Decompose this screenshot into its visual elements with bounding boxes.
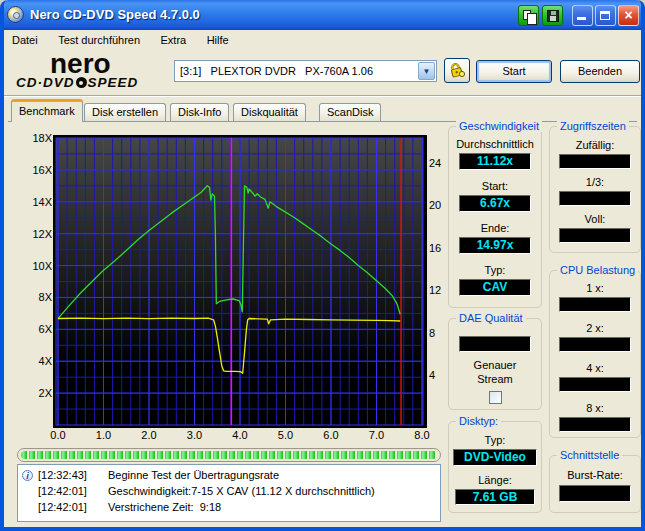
svg-text:2.0: 2.0: [141, 429, 156, 441]
tab-diskqualitaet[interactable]: Diskqualität: [233, 103, 306, 121]
label-2x: 2 x:: [550, 322, 640, 334]
value-typ: CAV: [459, 279, 531, 296]
benchmark-chart: 2X4X6X8X10X12X14X16X18X48121620240.01.02…: [24, 131, 448, 445]
menu-bar: Datei Test durchführen Extra Hilfe: [4, 30, 641, 49]
label-ende: Ende:: [449, 222, 541, 234]
drive-select-combobox[interactable]: [3:1] PLEXTOR DVDR PX-760A 1.06 ▼: [174, 60, 437, 82]
title-bar: Nero CD-DVD Speed 4.7.0.0 ×: [0, 0, 645, 30]
cd-dvd-speed-logo: CD·DVDSPEED: [16, 75, 138, 90]
label-start: Start:: [449, 180, 541, 192]
progress-bar-fill: [21, 451, 437, 459]
svg-text:1.0: 1.0: [96, 429, 111, 441]
tab-benchmark[interactable]: Benchmark: [11, 99, 83, 122]
svg-text:16: 16: [429, 242, 441, 254]
drive-lock-button[interactable]: [444, 58, 470, 83]
label-typ: Typ:: [449, 264, 541, 276]
log-line: i [12:32:43] Beginne Test der Übertragun…: [18, 467, 440, 483]
close-icon: ×: [624, 7, 632, 23]
drive-select-value: [3:1] PLEXTOR DVDR PX-760A 1.06: [180, 61, 373, 81]
value-one-third: [559, 191, 631, 206]
log-line: [12:42:01] Verstrichene Zeit: 9:18: [18, 499, 440, 515]
tab-disk-info[interactable]: Disk-Info: [170, 103, 229, 121]
lock-icon: [448, 61, 466, 79]
label-durchschnittlich: Durchschnittlich: [449, 138, 541, 150]
menu-test-durchfuehren[interactable]: Test durchführen: [50, 32, 148, 46]
svg-text:4.0: 4.0: [232, 429, 247, 441]
svg-text:4: 4: [429, 369, 435, 381]
group-title-dae: DAE Qualität: [456, 312, 526, 324]
log-timestamp: [12:32:43]: [38, 469, 96, 481]
svg-text:24: 24: [429, 157, 441, 169]
svg-text:0.0: 0.0: [50, 429, 65, 441]
group-geschwindigkeit: Geschwindigkeit Durchschnittlich 11.12x …: [448, 126, 542, 308]
logo-product-left: CD·DVD: [16, 75, 75, 90]
logo-product-right: SPEED: [88, 75, 139, 90]
label-one-third: 1/3:: [550, 176, 640, 188]
value-4x: [559, 377, 631, 392]
tab-disk-erstellen[interactable]: Disk erstellen: [84, 103, 166, 121]
value-1x: [559, 297, 631, 312]
svg-text:2X: 2X: [39, 387, 53, 399]
svg-text:5.0: 5.0: [278, 429, 293, 441]
svg-text:16X: 16X: [32, 164, 52, 176]
app-window: Nero CD-DVD Speed 4.7.0.0 × Datei Test d…: [0, 0, 645, 531]
menu-hilfe[interactable]: Hilfe: [199, 32, 237, 46]
svg-text:7.0: 7.0: [369, 429, 384, 441]
cd-disc-icon: [7, 6, 24, 23]
label-stream: Stream: [449, 373, 541, 385]
svg-text:14X: 14X: [32, 196, 52, 208]
floppy-disk-icon: [547, 10, 559, 22]
tab-strip-baseline: [8, 121, 637, 122]
log-message: Verstrichene Zeit: 9:18: [108, 501, 221, 513]
header-separator: [4, 95, 641, 97]
group-disktyp: Disktyp: Typ: DVD-Video Länge: 7.61 GB: [448, 421, 542, 513]
label-burst-rate: Burst-Rate:: [550, 469, 640, 481]
label-genauer: Genauer: [449, 359, 541, 371]
menu-extra[interactable]: Extra: [153, 32, 195, 46]
tab-scandisk[interactable]: ScanDisk: [319, 103, 381, 121]
group-dae-qualitaet: DAE Qualität Genauer Stream: [448, 318, 542, 410]
copy-icon: [523, 10, 531, 20]
start-button[interactable]: Start: [476, 60, 552, 83]
svg-text:8.0: 8.0: [414, 429, 429, 441]
chevron-down-icon[interactable]: ▼: [418, 62, 435, 80]
value-8x: [559, 417, 631, 432]
value-2x: [559, 337, 631, 352]
log-panel[interactable]: i [12:32:43] Beginne Test der Übertragun…: [17, 464, 441, 522]
svg-text:3.0: 3.0: [187, 429, 202, 441]
svg-text:8: 8: [429, 327, 435, 339]
svg-text:6.0: 6.0: [323, 429, 338, 441]
log-message: Geschwindigkeit:7-15 X CAV (11.12 X durc…: [108, 485, 375, 497]
group-cpu-belastung: CPU Belastung 1 x: 2 x: 4 x: 8 x:: [549, 270, 641, 438]
label-disk-typ: Typ:: [449, 434, 541, 446]
label-4x: 4 x:: [550, 362, 640, 374]
svg-text:12: 12: [429, 284, 441, 296]
beenden-button[interactable]: Beenden: [560, 60, 640, 83]
label-laenge: Länge:: [449, 474, 541, 486]
svg-text:4X: 4X: [39, 355, 53, 367]
window-title: Nero CD-DVD Speed 4.7.0.0: [30, 0, 200, 30]
group-zugriffszeiten: Zugriffszeiten Zufällig: 1/3: Voll:: [549, 126, 641, 253]
close-button[interactable]: ×: [618, 5, 639, 26]
label-1x: 1 x:: [550, 282, 640, 294]
group-schnittstelle: Schnittstelle Burst-Rate:: [549, 455, 641, 513]
group-title-zugriffszeiten: Zugriffszeiten: [557, 120, 629, 132]
value-durchschnittlich: 11.12x: [459, 153, 531, 170]
group-title-cpu: CPU Belastung: [557, 264, 638, 276]
log-timestamp: [12:42:01]: [38, 501, 96, 513]
label-voll: Voll:: [550, 213, 640, 225]
save-button[interactable]: [542, 5, 563, 26]
svg-text:6X: 6X: [39, 323, 53, 335]
minimize-button[interactable]: [572, 5, 593, 26]
label-zufaellig: Zufällig:: [550, 139, 640, 151]
value-dae-qualitaet: [459, 336, 531, 352]
copy-to-clipboard-button[interactable]: [518, 5, 539, 26]
minimize-icon: [577, 17, 586, 20]
disc-icon: [76, 77, 87, 88]
log-timestamp: [12:42:01]: [38, 485, 96, 497]
menu-datei[interactable]: Datei: [4, 32, 46, 46]
svg-text:10X: 10X: [32, 260, 52, 272]
maximize-button[interactable]: [595, 5, 616, 26]
genauer-stream-checkbox[interactable]: [489, 391, 502, 404]
value-disk-typ: DVD-Video: [453, 449, 537, 466]
